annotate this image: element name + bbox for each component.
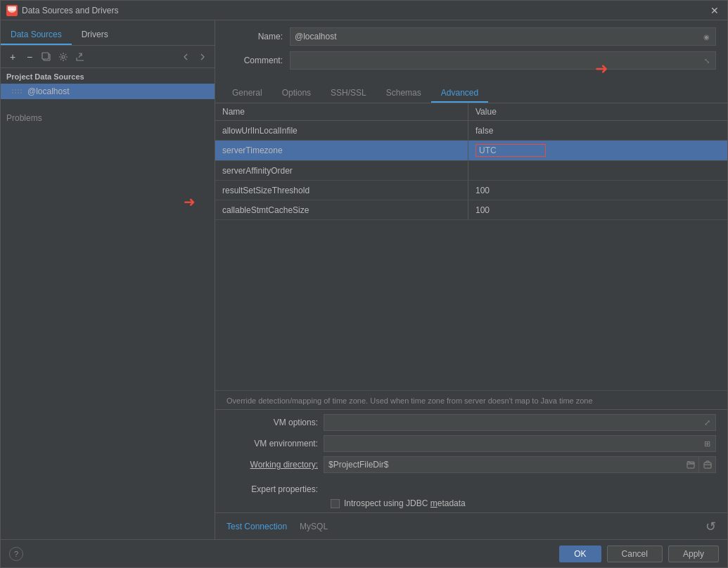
working-dir-row: Working directory: (226, 456, 716, 473)
name-ellipsis-button[interactable]: ◉ (698, 27, 716, 46)
footer-bar: ? OK Cancel Apply (1, 539, 727, 567)
expert-label: Expert properties: (226, 484, 318, 494)
working-dir-label: Working directory: (226, 460, 318, 470)
tab-sshssl[interactable]: SSH/SSL (321, 84, 376, 103)
prop-name-cell: allowUrlInLocalInfile (215, 121, 468, 140)
introspect-checkbox[interactable] (331, 499, 340, 508)
test-connection-button[interactable]: Test Connection (226, 522, 287, 531)
app-icon (6, 5, 18, 16)
name-input-group: ◉ (290, 27, 716, 46)
table-header: Name Value (215, 103, 727, 121)
prop-value-cell (468, 141, 727, 160)
comment-expand-button[interactable]: ⤡ (698, 51, 716, 70)
help-button[interactable]: ? (9, 547, 23, 561)
export-button[interactable] (72, 49, 88, 65)
svg-point-4 (62, 56, 65, 58)
datasource-item-localhost[interactable]: @localhost (1, 84, 215, 99)
comment-row: Comment: ⤡ (226, 51, 716, 70)
table-row[interactable]: callableStmtCacheSize 100 (215, 200, 727, 220)
svg-rect-8 (687, 462, 694, 468)
apply-button[interactable]: Apply (668, 546, 719, 562)
ok-button[interactable]: OK (559, 546, 601, 562)
settings-button[interactable] (56, 49, 71, 65)
comment-label: Comment: (226, 56, 283, 65)
tab-general[interactable]: General (222, 84, 272, 103)
tab-drivers[interactable]: Drivers (72, 25, 118, 45)
vm-env-label: VM environment: (226, 439, 318, 448)
svg-rect-3 (42, 53, 49, 59)
reset-button[interactable]: ↺ (705, 519, 716, 534)
vm-env-row: VM environment: ⊞ (226, 435, 716, 452)
right-tab-bar: General Options SSH/SSL Schemas Advanced… (215, 81, 727, 103)
main-window: Data Sources and Drivers ✕ ➜ Data Source… (0, 0, 728, 568)
prop-name-cell: resultSetSizeThreshold (215, 181, 468, 200)
introspect-row: Introspect using JDBC metadata (226, 498, 716, 508)
vm-env-input-group: ⊞ (324, 435, 716, 452)
working-dir-input[interactable] (324, 456, 682, 473)
introspect-label: Introspect using JDBC metadata (344, 498, 466, 508)
main-content: ➜ Data Sources Drivers + − (1, 20, 727, 539)
vm-options-input[interactable] (324, 414, 699, 431)
left-tab-bar: Data Sources Drivers (1, 20, 215, 46)
datasource-icon (12, 87, 23, 96)
working-dir-browse-button[interactable] (699, 456, 716, 473)
description-text: Override detection/mapping of time zone.… (215, 390, 727, 409)
back-button[interactable] (178, 49, 193, 65)
prop-value-cell: false (468, 121, 727, 140)
name-input[interactable] (290, 27, 698, 46)
right-panel: Name: ◉ Comment: ⤡ General Opti (215, 20, 727, 539)
table-row[interactable]: serverAffinityOrder (215, 161, 727, 181)
vm-section: VM options: ⤢ VM environment: ⊞ Worki (215, 409, 727, 482)
tab-advanced[interactable]: Advanced (431, 84, 488, 103)
vm-options-input-group: ⤢ (324, 414, 716, 431)
properties-table: Name Value allowUrlInLocalInfile false s… (215, 103, 727, 390)
remove-button[interactable]: − (22, 49, 37, 65)
add-button[interactable]: + (5, 49, 20, 65)
table-row[interactable]: allowUrlInLocalInfile false (215, 121, 727, 141)
section-header: Project Data Sources (1, 68, 215, 84)
table-row[interactable]: resultSetSizeThreshold 100 (215, 181, 727, 200)
prop-value-cell (468, 161, 727, 180)
col-name-header: Name (215, 103, 468, 120)
name-label: Name: (226, 32, 283, 41)
left-panel: Data Sources Drivers + − (1, 20, 215, 539)
title-text: Data Sources and Drivers (22, 6, 118, 15)
tab-data-sources[interactable]: Data Sources (1, 25, 72, 45)
prop-name-cell: serverTimezone (215, 141, 468, 160)
datasource-label: @localhost (27, 86, 70, 96)
close-button[interactable]: ✕ (708, 4, 722, 18)
svg-point-1 (8, 8, 15, 13)
forward-button[interactable] (195, 49, 210, 65)
utc-value-input[interactable] (475, 144, 546, 157)
fields-section: Name: ◉ Comment: ⤡ (215, 20, 727, 75)
prop-name-cell: serverAffinityOrder (215, 161, 468, 180)
tab-options[interactable]: Options (272, 84, 321, 103)
title-bar: Data Sources and Drivers ✕ (1, 1, 727, 20)
vm-options-row: VM options: ⤢ (226, 414, 716, 431)
prop-value-cell: 100 (468, 200, 727, 219)
name-row: Name: ◉ (226, 27, 716, 46)
vm-env-browse-button[interactable]: ⊞ (699, 435, 716, 452)
prop-value-cell: 100 (468, 181, 727, 200)
prop-name-cell: callableStmtCacheSize (215, 200, 468, 219)
expert-row: Expert properties: (226, 484, 716, 494)
left-toolbar: + − (1, 46, 215, 68)
working-dir-input-group (324, 456, 716, 473)
tab-schemas[interactable]: Schemas (376, 84, 431, 103)
cancel-button[interactable]: Cancel (607, 546, 663, 562)
working-dir-file-button[interactable] (682, 456, 699, 473)
footer-buttons: OK Cancel Apply (559, 546, 719, 562)
comment-input[interactable] (290, 51, 698, 70)
nav-toolbar (178, 49, 210, 65)
expert-section: Expert properties: Introspect using JDBC… (215, 482, 727, 512)
vm-env-input[interactable] (324, 435, 699, 452)
vm-options-expand-button[interactable]: ⤢ (699, 414, 716, 431)
comment-input-group: ⤡ (290, 51, 716, 70)
problems-section: Problems (1, 99, 215, 129)
col-value-header: Value (468, 103, 727, 120)
copy-button[interactable] (39, 49, 54, 65)
connection-bar: Test Connection MySQL ↺ (215, 512, 727, 539)
table-row[interactable]: serverTimezone (215, 141, 727, 161)
db-type-label: MySQL (300, 522, 328, 531)
title-bar-left: Data Sources and Drivers (6, 5, 118, 16)
